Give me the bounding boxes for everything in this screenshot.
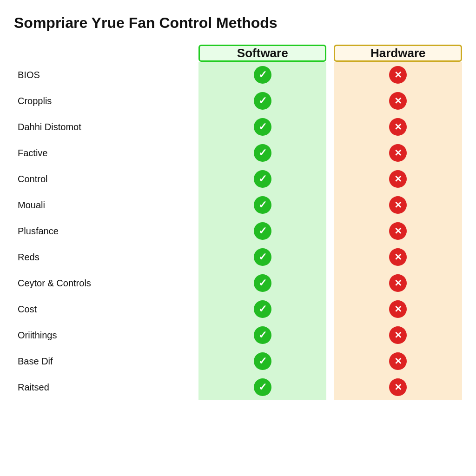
check-icon: ✓ [254, 66, 271, 84]
hardware-cell: ✕ [334, 322, 462, 348]
table-row: BIOS✓✕ [14, 62, 462, 88]
cross-icon: ✕ [389, 300, 407, 318]
header-hardware: Hardware [334, 45, 462, 62]
row-label: Cropplis [14, 88, 198, 114]
check-icon: ✓ [254, 326, 271, 344]
check-icon: ✓ [254, 92, 271, 110]
check-icon: ✓ [254, 118, 271, 136]
cross-icon: ✕ [389, 66, 407, 84]
software-cell: ✓ [198, 270, 326, 296]
comparison-table: Software Hardware BIOS✓✕Cropplis✓✕Dahhi … [14, 45, 462, 400]
table-row: Oriithings✓✕ [14, 322, 462, 348]
cross-icon: ✕ [389, 118, 407, 136]
software-cell: ✓ [198, 374, 326, 400]
table-row: Mouali✓✕ [14, 192, 462, 218]
hardware-cell: ✕ [334, 166, 462, 192]
hardware-cell: ✕ [334, 88, 462, 114]
hardware-cell: ✕ [334, 218, 462, 244]
check-icon: ✓ [254, 222, 271, 240]
row-label: Reds [14, 244, 198, 270]
software-cell: ✓ [198, 322, 326, 348]
table-row: Reds✓✕ [14, 244, 462, 270]
cross-icon: ✕ [389, 378, 407, 396]
cross-icon: ✕ [389, 196, 407, 214]
row-label: BIOS [14, 62, 198, 88]
software-cell: ✓ [198, 62, 326, 88]
hardware-cell: ✕ [334, 192, 462, 218]
software-cell: ✓ [198, 218, 326, 244]
table-row: Control✓✕ [14, 166, 462, 192]
check-icon: ✓ [254, 248, 271, 266]
table-row: Cost✓✕ [14, 296, 462, 322]
software-cell: ✓ [198, 140, 326, 166]
software-cell: ✓ [198, 114, 326, 140]
table-row: Raitsed✓✕ [14, 374, 462, 400]
hardware-cell: ✕ [334, 114, 462, 140]
check-icon: ✓ [254, 170, 271, 188]
header-empty-cell [14, 45, 198, 62]
row-label: Ceytor & Controls [14, 270, 198, 296]
page-title: Sompriare Yrue Fan Control Methods [14, 14, 462, 32]
check-icon: ✓ [254, 352, 271, 370]
software-cell: ✓ [198, 244, 326, 270]
row-label: Factive [14, 140, 198, 166]
hardware-cell: ✕ [334, 270, 462, 296]
hardware-cell: ✕ [334, 374, 462, 400]
row-label: Plusfance [14, 218, 198, 244]
check-icon: ✓ [254, 144, 271, 162]
table-row: Plusfance✓✕ [14, 218, 462, 244]
row-label: Control [14, 166, 198, 192]
software-cell: ✓ [198, 166, 326, 192]
hardware-cell: ✕ [334, 140, 462, 166]
hardware-cell: ✕ [334, 244, 462, 270]
table-row: Ceytor & Controls✓✕ [14, 270, 462, 296]
table-row: Factive✓✕ [14, 140, 462, 166]
hardware-cell: ✕ [334, 296, 462, 322]
cross-icon: ✕ [389, 248, 407, 266]
cross-icon: ✕ [389, 326, 407, 344]
table-row: Dahhi Distomot✓✕ [14, 114, 462, 140]
software-cell: ✓ [198, 348, 326, 374]
cross-icon: ✕ [389, 92, 407, 110]
check-icon: ✓ [254, 274, 271, 292]
header-software: Software [198, 45, 326, 62]
table-row: Cropplis✓✕ [14, 88, 462, 114]
software-cell: ✓ [198, 296, 326, 322]
check-icon: ✓ [254, 378, 271, 396]
check-icon: ✓ [254, 300, 271, 318]
cross-icon: ✕ [389, 352, 407, 370]
hardware-cell: ✕ [334, 62, 462, 88]
cross-icon: ✕ [389, 222, 407, 240]
hardware-cell: ✕ [334, 348, 462, 374]
table-row: Base Dif✓✕ [14, 348, 462, 374]
row-label: Raitsed [14, 374, 198, 400]
row-label: Dahhi Distomot [14, 114, 198, 140]
software-cell: ✓ [198, 88, 326, 114]
row-label: Cost [14, 296, 198, 322]
row-label: Base Dif [14, 348, 198, 374]
software-cell: ✓ [198, 192, 326, 218]
row-label: Mouali [14, 192, 198, 218]
cross-icon: ✕ [389, 144, 407, 162]
check-icon: ✓ [254, 196, 271, 214]
cross-icon: ✕ [389, 274, 407, 292]
cross-icon: ✕ [389, 170, 407, 188]
row-label: Oriithings [14, 322, 198, 348]
